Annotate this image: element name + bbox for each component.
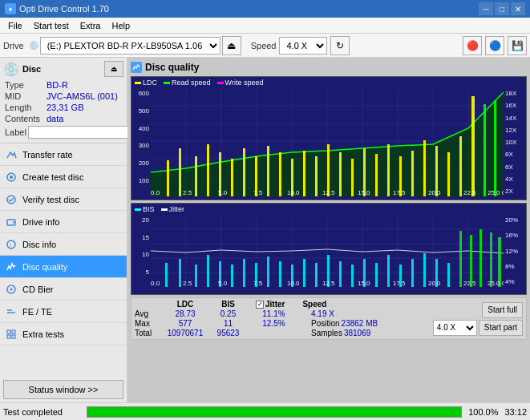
sidebar: 💿 Disc ⏏ Type BD-R MID JVC-AMS6L (001) L… bbox=[0, 58, 127, 402]
drive-label: Drive bbox=[3, 41, 24, 50]
verify-test-disc-icon bbox=[5, 193, 18, 206]
jitter-avg-row: 11.1% 4.19 X bbox=[256, 309, 378, 318]
total-label: Total bbox=[135, 329, 160, 337]
transfer-rate-icon bbox=[5, 148, 18, 161]
drive-info-icon bbox=[5, 216, 18, 228]
jitter-checkbox[interactable]: ✓ bbox=[256, 301, 264, 309]
nav-cd-bier[interactable]: CD Bier bbox=[0, 278, 127, 301]
nav-extra-tests[interactable]: Extra tests bbox=[0, 323, 127, 345]
status-window-button[interactable]: Status window >> bbox=[3, 380, 123, 399]
svg-text:10.0: 10.0 bbox=[287, 189, 300, 196]
maximize-button[interactable]: □ bbox=[495, 2, 509, 15]
read-color bbox=[164, 82, 170, 84]
svg-text:25.0 GB: 25.0 GB bbox=[488, 189, 504, 196]
svg-rect-9 bbox=[7, 330, 10, 333]
svg-rect-103 bbox=[423, 253, 426, 287]
svg-text:2.5: 2.5 bbox=[183, 189, 192, 196]
legend-read: Read speed bbox=[164, 79, 211, 87]
svg-rect-105 bbox=[447, 263, 450, 287]
nav-label-fe-te: FE / TE bbox=[22, 307, 52, 317]
speed-col-header: Speed bbox=[302, 300, 326, 309]
position-label: Position bbox=[311, 319, 340, 328]
svg-text:7.5: 7.5 bbox=[253, 280, 263, 287]
jitter-color bbox=[161, 208, 168, 211]
svg-text:20.0: 20.0 bbox=[428, 189, 441, 196]
disc-contents-row: Contents data bbox=[5, 114, 122, 123]
menu-start-test[interactable]: Start test bbox=[29, 20, 74, 31]
bis-color bbox=[135, 208, 141, 211]
fe-te-icon bbox=[5, 305, 18, 318]
close-button[interactable]: ✕ bbox=[511, 2, 525, 15]
bottom-legend: BIS Jitter bbox=[131, 204, 526, 215]
content-area: Disc quality LDC Read speed Write speed bbox=[127, 58, 530, 402]
svg-point-4 bbox=[13, 221, 14, 223]
svg-rect-84 bbox=[195, 265, 197, 287]
menu-file[interactable]: File bbox=[3, 20, 27, 31]
menu-extra[interactable]: Extra bbox=[75, 20, 106, 31]
progress-bar-outer bbox=[87, 406, 462, 418]
menu-help[interactable]: Help bbox=[107, 20, 135, 31]
svg-rect-54 bbox=[471, 96, 475, 196]
avg-jitter-val: 11.1% bbox=[256, 309, 292, 318]
nav-label-extra-tests: Extra tests bbox=[22, 329, 64, 339]
disc-mid-row: MID JVC-AMS6L (001) bbox=[5, 91, 122, 101]
extra-tests-icon bbox=[5, 328, 18, 341]
svg-text:20.0: 20.0 bbox=[428, 280, 441, 287]
nav-verify-test-disc[interactable]: Verify test disc bbox=[0, 188, 127, 211]
contents-value: data bbox=[47, 114, 122, 123]
svg-rect-12 bbox=[12, 335, 15, 338]
disc-quality-icon bbox=[5, 260, 18, 273]
svg-rect-102 bbox=[411, 259, 414, 287]
avg-ldc-val: 28.73 bbox=[160, 309, 210, 318]
svg-text:25.0 GB: 25.0 GB bbox=[488, 280, 504, 287]
stats-left: LDC BIS Avg 28.73 0.25 Max 577 11 Total … bbox=[135, 300, 246, 337]
svg-rect-90 bbox=[267, 256, 269, 287]
label-key: Label bbox=[5, 127, 26, 137]
settings-button2[interactable]: 🔵 bbox=[485, 36, 504, 55]
label-input[interactable] bbox=[28, 126, 135, 139]
total-ldc-val: 10970671 bbox=[160, 329, 210, 337]
svg-text:0.0: 0.0 bbox=[151, 280, 160, 287]
svg-rect-50 bbox=[423, 140, 426, 196]
legend-jitter: Jitter bbox=[161, 205, 185, 213]
write-color bbox=[217, 82, 224, 84]
progress-bar-inner bbox=[87, 407, 461, 417]
svg-rect-99 bbox=[375, 263, 378, 287]
disc-eject-btn[interactable]: ⏏ bbox=[104, 61, 123, 77]
nav-transfer-rate[interactable]: Transfer rate bbox=[0, 143, 127, 166]
nav-disc-info[interactable]: i Disc info bbox=[0, 233, 127, 256]
drive-select[interactable]: (E:) PLEXTOR BD-R PX-LB950SA 1.06 bbox=[40, 37, 220, 55]
avg-bis-val: 0.25 bbox=[210, 309, 246, 318]
svg-rect-34 bbox=[231, 159, 233, 196]
length-value: 23,31 GB bbox=[47, 103, 122, 112]
y-axis-left-bottom: 20 15 10 5 bbox=[131, 215, 151, 287]
max-jitter-val: 12.5% bbox=[256, 319, 292, 328]
svg-rect-11 bbox=[7, 335, 10, 338]
start-full-button[interactable]: Start full bbox=[482, 302, 523, 318]
start-part-button[interactable]: Start part bbox=[479, 320, 523, 336]
svg-text:12.5: 12.5 bbox=[322, 189, 335, 196]
speed-select[interactable]: 4.0 X bbox=[279, 37, 327, 55]
svg-text:2.5: 2.5 bbox=[183, 280, 192, 287]
nav-disc-quality[interactable]: Disc quality bbox=[0, 256, 127, 278]
y-axis-right-bottom: 20% 16% 12% 8% 4% bbox=[504, 215, 526, 287]
nav-drive-info[interactable]: Drive info bbox=[0, 211, 127, 233]
refresh-button[interactable]: ↻ bbox=[330, 36, 350, 55]
top-chart-body: 600 500 400 300 200 100 bbox=[131, 88, 526, 196]
svg-rect-109 bbox=[490, 232, 492, 287]
minimize-button[interactable]: ─ bbox=[479, 2, 493, 15]
settings-button1[interactable]: 🔴 bbox=[463, 36, 482, 55]
avg-label: Avg bbox=[135, 309, 160, 318]
y-axis-right-top: 18X 16X 14X 12X 10X 8X 6X 4X 2X bbox=[504, 88, 526, 196]
stats-right: Start full 4.0 X Start part bbox=[433, 302, 523, 336]
svg-text:17.5: 17.5 bbox=[393, 280, 406, 287]
eject-button[interactable]: ⏏ bbox=[222, 36, 241, 55]
svg-rect-32 bbox=[207, 144, 209, 196]
nav-create-test-disc[interactable]: Create test disc bbox=[0, 166, 127, 188]
nav-fe-te[interactable]: FE / TE bbox=[0, 301, 127, 323]
svg-rect-43 bbox=[339, 152, 342, 196]
save-button[interactable]: 💾 bbox=[508, 36, 527, 55]
svg-rect-10 bbox=[12, 330, 15, 333]
main-layout: 💿 Disc ⏏ Type BD-R MID JVC-AMS6L (001) L… bbox=[0, 58, 530, 402]
speed-select-stats[interactable]: 4.0 X bbox=[433, 320, 477, 336]
